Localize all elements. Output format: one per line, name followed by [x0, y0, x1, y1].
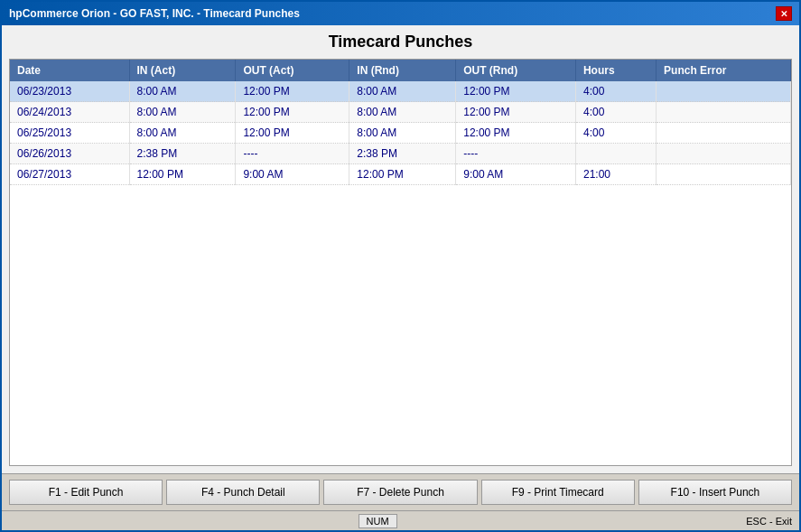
edit-punch-button[interactable]: F1 - Edit Punch	[9, 480, 163, 505]
cell-4-0: 06/27/2013	[10, 164, 129, 185]
cell-2-0: 06/25/2013	[10, 123, 129, 144]
cell-0-5: 4:00	[575, 81, 656, 102]
cell-2-1: 8:00 AM	[129, 123, 236, 144]
cell-0-0: 06/23/2013	[10, 81, 129, 102]
cell-3-5	[575, 144, 656, 164]
cell-2-6	[657, 123, 791, 144]
col-out-rnd: OUT (Rnd)	[456, 60, 576, 81]
col-in-act: IN (Act)	[129, 60, 236, 81]
cell-4-6	[657, 164, 791, 185]
col-in-rnd: IN (Rnd)	[349, 60, 456, 81]
table-header-row: Date IN (Act) OUT (Act) IN (Rnd) OUT (Rn…	[10, 60, 791, 81]
col-date: Date	[10, 60, 129, 81]
col-out-act: OUT (Act)	[236, 60, 349, 81]
punch-detail-button[interactable]: F4 - Punch Detail	[166, 480, 320, 505]
cell-1-4: 12:00 PM	[456, 102, 576, 123]
cell-4-3: 12:00 PM	[349, 164, 456, 185]
timecard-table: Date IN (Act) OUT (Act) IN (Rnd) OUT (Rn…	[10, 60, 791, 185]
cell-4-2: 9:00 AM	[236, 164, 349, 185]
table-container: Date IN (Act) OUT (Act) IN (Rnd) OUT (Rn…	[9, 59, 792, 466]
cell-1-0: 06/24/2013	[10, 102, 129, 123]
col-hours: Hours	[575, 60, 656, 81]
cell-3-0: 06/26/2013	[10, 144, 129, 164]
table-row[interactable]: 06/23/20138:00 AM12:00 PM8:00 AM12:00 PM…	[10, 81, 791, 102]
cell-2-2: 12:00 PM	[236, 123, 349, 144]
print-timecard-button[interactable]: F9 - Print Timecard	[481, 480, 635, 505]
window-title: hpCommerce Orion - GO FAST, INC. - Timec…	[9, 7, 300, 20]
num-indicator: NUM	[359, 514, 397, 528]
table-row[interactable]: 06/24/20138:00 AM12:00 PM8:00 AM12:00 PM…	[10, 102, 791, 123]
cell-2-3: 8:00 AM	[349, 123, 456, 144]
cell-4-1: 12:00 PM	[129, 164, 236, 185]
cell-3-2: ----	[236, 144, 349, 164]
insert-punch-button[interactable]: F10 - Insert Punch	[638, 480, 792, 505]
table-row[interactable]: 06/26/20132:38 PM----2:38 PM----	[10, 144, 791, 164]
main-window: hpCommerce Orion - GO FAST, INC. - Timec…	[0, 0, 801, 532]
window-content: Timecard Punches Date IN (Act) OUT (Act)…	[2, 25, 799, 473]
cell-0-2: 12:00 PM	[236, 81, 349, 102]
cell-1-5: 4:00	[575, 102, 656, 123]
footer-buttons: F1 - Edit Punch F4 - Punch Detail F7 - D…	[2, 473, 799, 510]
cell-4-5: 21:00	[575, 164, 656, 185]
col-punch-error: Punch Error	[657, 60, 791, 81]
title-bar: hpCommerce Orion - GO FAST, INC. - Timec…	[2, 2, 799, 25]
close-button[interactable]: ✕	[776, 6, 792, 21]
delete-punch-button[interactable]: F7 - Delete Punch	[323, 480, 477, 505]
table-row[interactable]: 06/25/20138:00 AM12:00 PM8:00 AM12:00 PM…	[10, 123, 791, 144]
cell-1-3: 8:00 AM	[349, 102, 456, 123]
cell-2-4: 12:00 PM	[456, 123, 576, 144]
esc-label: ESC - Exit	[746, 516, 792, 527]
page-title: Timecard Punches	[9, 33, 792, 51]
cell-3-3: 2:38 PM	[349, 144, 456, 164]
status-bar: NUM ESC - Exit	[2, 510, 799, 530]
cell-4-4: 9:00 AM	[456, 164, 576, 185]
cell-1-6	[657, 102, 791, 123]
cell-0-6	[657, 81, 791, 102]
cell-1-1: 8:00 AM	[129, 102, 236, 123]
cell-0-4: 12:00 PM	[456, 81, 576, 102]
cell-3-4: ----	[456, 144, 576, 164]
table-body: 06/23/20138:00 AM12:00 PM8:00 AM12:00 PM…	[10, 81, 791, 185]
cell-0-1: 8:00 AM	[129, 81, 236, 102]
cell-2-5: 4:00	[575, 123, 656, 144]
cell-1-2: 12:00 PM	[236, 102, 349, 123]
cell-0-3: 8:00 AM	[349, 81, 456, 102]
table-row[interactable]: 06/27/201312:00 PM9:00 AM12:00 PM9:00 AM…	[10, 164, 791, 185]
cell-3-6	[657, 144, 791, 164]
cell-3-1: 2:38 PM	[129, 144, 236, 164]
